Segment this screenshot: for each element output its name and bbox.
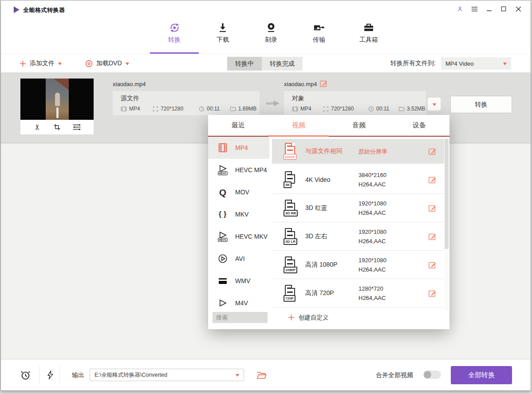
preset-row-same-as-source[interactable]: source 与源文件相同 原始分辨率 [272,139,444,164]
popup-tab-device[interactable]: 设备 [389,115,449,136]
edit-icon[interactable] [428,289,436,297]
popup-tab-recent[interactable]: 最近 [208,115,268,136]
search-input[interactable] [213,312,268,323]
tab-finished[interactable]: 转换完成 [262,57,303,71]
cut-icon[interactable]: ✂ [33,123,42,132]
preset-name: 高清 1080P [305,261,337,269]
format-item-m4v[interactable]: M4V [208,292,269,311]
source-box-title: 源文件 [121,95,139,102]
target-resolution: 720*1280 [323,106,368,112]
edit-icon[interactable] [428,204,436,212]
minimize-button[interactable] [485,5,493,12]
preset-resolution: 1920*1080 [359,199,386,208]
format-item-mp4[interactable]: MP4 [208,137,269,159]
main-nav: 转换 下载 刻录 [1,18,531,54]
tab-toolbox[interactable]: 工具箱 [344,21,393,44]
resolution-icon [323,106,329,112]
edit-icon[interactable] [428,261,436,269]
rename-edit-icon[interactable] [319,79,327,87]
preset-scrollbar[interactable] [445,139,449,310]
load-dvd-caret-icon[interactable] [126,63,129,67]
popup-tab-audio[interactable]: 音频 [329,115,389,136]
preset-row-3d-leftright[interactable]: 3D LR 3D 左右 1920*1080 H264,AAC [272,222,444,251]
hardware-accel-icon[interactable] [44,369,56,381]
edit-icon[interactable] [428,147,436,155]
preset-doc-icon: 4K [284,171,298,188]
bottom-bar: 输出 E:\全能格式转换器\Converted 合并全部视频 全部转换 [1,359,531,390]
preset-doc-icon: 3D LR [284,228,298,245]
create-custom-button[interactable]: 创建自定义 [288,312,329,323]
tab-transfer[interactable]: 传输 [295,21,343,44]
close-button[interactable] [515,5,522,12]
preset-specs: 1920*1080 H264,AAC [359,199,386,217]
convert-button[interactable]: 转换 [450,96,512,113]
thumbnail-preview[interactable] [20,79,94,120]
hevc-play-icon: HEVC [216,163,229,177]
load-dvd-label: 加载DVD [96,59,122,67]
effects-icon[interactable] [72,123,81,132]
circle-play-icon [216,252,229,265]
format-item-hevc-mkv[interactable]: HEVC HEVC MKV [208,225,269,248]
add-file-button[interactable]: 添加文件 [20,54,62,73]
toolbar: 添加文件 加载DVD 转换中 转换完成 转换所有文件到: MP4 Video [1,54,531,73]
format-item-mkv[interactable]: { } MKV [208,203,269,225]
size-icon [398,106,405,111]
caret-down-icon [433,103,436,108]
preset-name: 3D 左右 [305,232,327,240]
maximize-button[interactable] [500,5,507,12]
thumbnail-toolbar: ✂ [20,120,94,134]
load-dvd-button[interactable]: 加载DVD [85,54,129,73]
popup-tab-video[interactable]: 视频 [268,115,329,136]
target-size: 3.52MB [398,106,425,112]
preset-specs: 1280*720 H264,AAC [359,284,386,303]
preset-name: 高清 720P [305,289,334,297]
play-outline-icon [216,296,229,310]
output-path-select[interactable]: E:\全能格式转换器\Converted [90,369,244,381]
duration-icon [199,106,205,112]
hevc-play-icon: HEVC [216,230,229,243]
target-format-value: MP4 Video [445,60,473,67]
output-label: 输出 [72,371,84,379]
merge-videos-toggle[interactable] [423,370,441,379]
preset-resolution: 3840*2160 [359,170,386,180]
tab-toolbox-label: 工具箱 [344,36,393,44]
target-settings-dropdown-button[interactable] [427,97,441,111]
format-item-avi[interactable]: AVI [208,248,269,270]
preset-name: 与源文件相同 [305,147,343,155]
scrollbar-thumb[interactable] [445,139,449,249]
format-item-wmv[interactable]: WMV [208,270,269,292]
tab-converting[interactable]: 转换中 [227,57,262,71]
open-folder-icon[interactable] [256,370,267,381]
divider [39,366,39,383]
add-file-caret-icon[interactable] [58,63,62,67]
desktop: 全能格式转换器 [0,0,532,394]
tab-burn[interactable]: 刻录 [247,21,296,44]
format-item-mov[interactable]: Q MOV [208,181,269,203]
preset-name: 3D 红蓝 [305,204,327,212]
preset-row-hd-720p[interactable]: 720P 高清 720P 1280*720 H264,AAC [272,279,444,307]
preset-resolution: 1280*720 [359,284,386,293]
format-item-hevc-mp4[interactable]: HEVC HEVC MP4 [208,159,269,181]
mp4-filmstrip-icon [216,141,229,154]
preset-row-4k[interactable]: 4K 4K Video 3840*2160 H264,AAC [272,165,444,194]
quicktime-q-icon: Q [216,185,229,199]
convert-all-button[interactable]: 全部转换 [451,366,512,384]
preset-row-hd-1080p[interactable]: 1080P 高清 1080P 1920*1080 H264,AAC [272,251,444,279]
preset-resolution: 1920*1080 [359,227,386,236]
preset-doc-icon: 1080P [284,256,298,273]
preset-list: source 与源文件相同 原始分辨率 4K 4K Video 3840*216… [272,137,444,311]
preset-row-3d-redblue[interactable]: 3D RB 3D 红蓝 1920*1080 H264,AAC [272,194,444,222]
edit-icon[interactable] [428,232,436,240]
target-format-select[interactable]: MP4 Video [441,57,511,70]
preset-codec: H264,AAC [359,265,386,274]
convert-tab-icon [150,21,199,34]
schedule-icon[interactable] [20,369,31,381]
menu-icon[interactable] [471,5,478,12]
user-icon[interactable] [456,5,463,12]
edit-icon[interactable] [428,176,436,184]
tab-convert[interactable]: 转换 [150,21,199,44]
target-file-name: xiaodao.mp4 [284,81,317,87]
crop-icon[interactable] [53,123,62,132]
tab-download[interactable]: 下载 [198,21,247,44]
merge-videos-label: 合并全部视频 [376,371,413,379]
